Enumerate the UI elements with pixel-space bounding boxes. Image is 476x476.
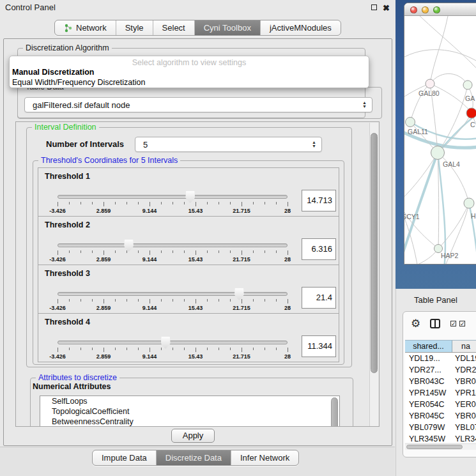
table-row[interactable]: YBR043CYBR04 <box>405 376 476 387</box>
horizontal-scrollbar[interactable] <box>405 443 476 450</box>
control-panel-titlebar: Control Panel ✖ <box>0 0 395 15</box>
network-canvas[interactable]: GAL80GACGAL11GAL4GCY1HHAP2 <box>404 16 476 265</box>
column-header-name[interactable]: na <box>452 341 476 352</box>
close-icon[interactable]: ✖ <box>383 3 390 13</box>
scrollbar-thumb[interactable] <box>371 133 378 373</box>
tab-cyni-toolbox[interactable]: Cyni Toolbox <box>195 20 261 35</box>
threshold-value-field[interactable]: 14.713 <box>302 190 336 211</box>
threshold-value-field[interactable]: 11.344 <box>302 335 336 357</box>
threshold-value-field[interactable]: 6.316 <box>302 238 336 260</box>
table-data-combobox[interactable]: galFiltered.sif default node ▲▼ <box>24 97 372 112</box>
slider-tick <box>58 348 58 352</box>
slider-tick <box>92 299 93 302</box>
bottom-tab-discretize-data[interactable]: Discretize Data <box>157 450 231 465</box>
threshold-slider-thumb[interactable] <box>124 240 134 252</box>
horizontal-scrollbar-thumb[interactable] <box>406 445 463 449</box>
threshold-slider-thumb[interactable] <box>185 191 195 203</box>
table-row[interactable]: YER054CYER05 <box>405 399 476 410</box>
network-edge <box>438 85 468 153</box>
checkbox-icon[interactable]: ✓ <box>450 321 456 326</box>
numerical-attributes-list[interactable]: SelfLoopsTopologicalCoefficientBetweenne… <box>40 395 340 427</box>
network-node-label: GAL4 <box>443 160 460 168</box>
network-node[interactable] <box>438 265 450 265</box>
table-row[interactable]: YLR345WYLR34 <box>405 433 476 442</box>
split-columns-icon[interactable] <box>430 319 440 328</box>
algorithm-option[interactable]: Equal Width/Frequency Discretization <box>10 77 369 88</box>
attribute-item[interactable]: BetweennessCentrality <box>40 417 339 427</box>
threshold-panel: Threshold 2-3.4262.8599.14415.4321.71528… <box>38 216 339 265</box>
threshold-slider-thumb[interactable] <box>234 288 244 300</box>
slider-tick-label: 9.144 <box>134 353 165 360</box>
threshold-value-field[interactable]: 21.4 <box>302 287 336 309</box>
slider-tick <box>69 299 70 302</box>
number-of-intervals-combobox[interactable]: 5 ▲▼ <box>135 137 322 152</box>
table-data-group: Table Data galFiltered.sif default node … <box>17 87 382 119</box>
column-header-shared-name[interactable]: shared... <box>405 341 452 352</box>
slider-tick <box>127 348 127 350</box>
network-node[interactable] <box>463 81 472 89</box>
network-graph: GAL80GACGAL11GAL4GCY1HHAP2 <box>404 16 476 265</box>
tab-label: jActiveMNodules <box>270 23 332 33</box>
threshold-slider-track[interactable] <box>58 243 288 247</box>
threshold-slider-thumb[interactable] <box>161 337 171 349</box>
tab-label: Network <box>76 23 107 33</box>
zoom-traffic-light-icon[interactable] <box>433 6 440 13</box>
network-node-label: GA <box>465 95 475 102</box>
shared-name-cell: YER054C <box>405 400 452 409</box>
close-traffic-light-icon[interactable] <box>410 6 417 13</box>
slider-tick <box>196 250 196 255</box>
table-row[interactable]: YBR045CYBR04 <box>405 410 476 422</box>
table-row[interactable]: YDL19...YDL19 <box>405 353 476 364</box>
slider-tick <box>161 348 162 350</box>
tab-select[interactable]: Select <box>153 20 195 35</box>
threshold-panel: Threshold 3-3.4262.8599.14415.4321.71528… <box>38 265 339 314</box>
table-row[interactable]: YPR145WYPR14 <box>405 387 476 399</box>
shared-name-cell: YDL19... <box>405 354 452 363</box>
vertical-scrollbar[interactable] <box>369 123 378 426</box>
slider-tick <box>242 202 242 206</box>
threshold-slider-track[interactable] <box>58 195 288 199</box>
tab-style[interactable]: Style <box>116 20 153 35</box>
algorithm-option[interactable]: Manual Discretization <box>10 67 369 77</box>
tab-jactivemnodules[interactable]: jActiveMNodules <box>261 20 341 35</box>
shared-name-cell: YBR043C <box>405 377 452 386</box>
gear-icon[interactable]: ⚙ <box>411 317 420 330</box>
attribute-item[interactable]: SelfLoops <box>40 396 339 406</box>
slider-tick <box>81 202 81 204</box>
network-node[interactable] <box>466 108 476 118</box>
tab-network[interactable]: Network <box>55 20 116 35</box>
network-window-titlebar[interactable] <box>404 3 476 16</box>
slider-tick-label: 2.859 <box>88 353 119 360</box>
slider-tick-label: 28 <box>272 353 303 360</box>
network-view-window: GAL80GACGAL11GAL4GCY1HHAP2 <box>404 3 476 265</box>
threshold-slider-track[interactable] <box>58 341 288 344</box>
shared-name-cell: YBR045C <box>405 411 452 420</box>
slider-tick <box>115 202 116 204</box>
shared-name-cell: YDR27... <box>405 365 452 374</box>
bottom-tab-infer-network[interactable]: Infer Network <box>231 450 298 465</box>
network-node[interactable] <box>464 198 474 208</box>
network-node-label: GAL80 <box>418 89 440 97</box>
slider-tick-label: 2.859 <box>88 208 119 214</box>
slider-tick-label: 15.43 <box>180 256 211 263</box>
float-window-icon[interactable] <box>371 4 377 10</box>
slider-tick-label: -3.426 <box>42 305 73 311</box>
attribute-item[interactable]: TopologicalCoefficient <box>40 406 339 417</box>
threshold-slider-track[interactable] <box>58 292 288 296</box>
minimize-traffic-light-icon[interactable] <box>422 6 429 13</box>
slider-tick <box>230 348 231 350</box>
network-node[interactable] <box>426 79 434 88</box>
slider-tick <box>127 202 127 204</box>
slider-tick <box>253 202 254 204</box>
slider-tick <box>184 250 185 253</box>
table-row[interactable]: YBL079WYBL07 <box>405 422 476 433</box>
bottom-tab-impute-data[interactable]: Impute Data <box>93 450 157 465</box>
network-node[interactable] <box>406 118 415 127</box>
network-node[interactable] <box>431 146 445 160</box>
checkbox-icon[interactable]: ✓ <box>459 321 465 326</box>
slider-tick <box>265 202 265 204</box>
attributes-scrollbar[interactable] <box>331 397 338 427</box>
slider-tick-label: 2.859 <box>88 256 119 263</box>
table-row[interactable]: YDR27...YDR27 <box>405 364 476 376</box>
apply-button[interactable]: Apply <box>171 429 215 443</box>
